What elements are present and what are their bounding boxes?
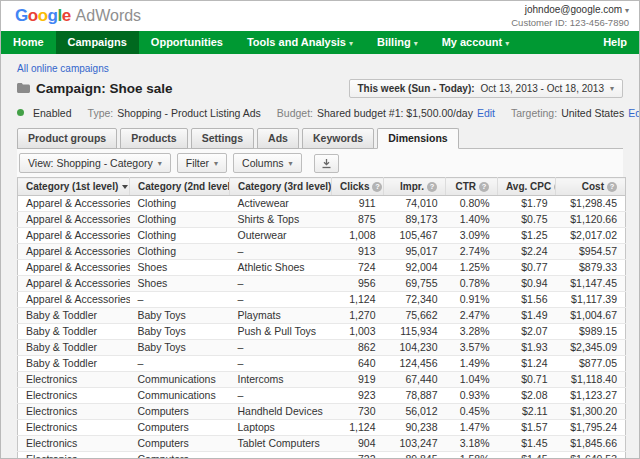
table-cell: $0.75 [498, 212, 556, 228]
table-cell: Intercoms [230, 372, 332, 388]
date-range-label: This week (Sun - Today): [358, 83, 475, 94]
tab-product-groups[interactable]: Product groups [17, 128, 117, 149]
table-cell: $1.79 [498, 196, 556, 212]
tab-dimensions[interactable]: Dimensions [377, 128, 459, 149]
nav-item-campaigns[interactable]: Campaigns [56, 31, 139, 54]
nav-item-home[interactable]: Home [1, 31, 56, 54]
tab-ads[interactable]: Ads [257, 128, 299, 149]
table-cell: – [130, 356, 230, 372]
table-cell: 3.09% [446, 228, 498, 244]
targeting-edit-link[interactable]: Edit [628, 107, 640, 119]
table-cell: Baby & Toddler [18, 340, 130, 356]
dimensions-panel: View: Shopping - Category ▾ Filter ▾ Col… [17, 148, 623, 459]
table-cell: Clothing [130, 212, 230, 228]
table-cell: Baby Toys [130, 340, 230, 356]
table-cell: 1,124 [332, 420, 384, 436]
budget-edit-link[interactable]: Edit [477, 107, 495, 119]
account-email-menu[interactable]: johndoe@google.com ▾ [511, 4, 629, 17]
budget-label: Budget: [277, 107, 313, 119]
help-icon[interactable]: ? [479, 182, 489, 192]
page-title: Campaign: Shoe sale [36, 81, 173, 96]
column-header-category-2nd-level-[interactable]: Category (2nd level) [130, 178, 230, 196]
tab-keywords[interactable]: Keywords [302, 128, 374, 149]
column-header-impr-[interactable]: Impr.? [384, 178, 446, 196]
columns-dropdown[interactable]: Columns ▾ [233, 153, 301, 173]
table-row: ElectronicsCommunicationsIntercoms91967,… [18, 372, 626, 388]
table-cell: Computers [130, 404, 230, 420]
nav-item-help[interactable]: Help [591, 31, 639, 54]
enabled-status-icon [17, 109, 24, 116]
nav-item-tools-and-analysis[interactable]: Tools and Analysis▾ [235, 31, 365, 54]
help-icon[interactable]: ? [427, 182, 437, 192]
nav-item-opportunities[interactable]: Opportunities [139, 31, 235, 54]
column-header-avg-cpc[interactable]: Avg. CPC? [498, 178, 556, 196]
table-cell: 919 [332, 372, 384, 388]
table-cell: Shoes [130, 260, 230, 276]
table-cell: Baby Toys [130, 324, 230, 340]
table-cell: $1,117.39 [556, 292, 626, 308]
table-cell: $0.71 [498, 372, 556, 388]
google-wordmark: Google [15, 6, 71, 26]
table-cell: 56,012 [384, 404, 446, 420]
table-cell: Computers [130, 436, 230, 452]
download-report-button[interactable] [314, 154, 339, 173]
filter-dropdown[interactable]: Filter ▾ [177, 153, 227, 173]
breadcrumb-all-online-campaigns[interactable]: All online campaigns [17, 63, 109, 75]
table-row: Apparel & AccessoriesShoesAthletic Shoes… [18, 260, 626, 276]
chevron-down-icon: ▾ [289, 159, 293, 168]
view-dropdown[interactable]: View: Shopping - Category ▾ [19, 153, 171, 173]
table-cell: – [230, 244, 332, 260]
type-value: Shopping - Product Listing Ads [117, 107, 261, 119]
chevron-down-icon: ▾ [414, 39, 418, 48]
column-header-category-3rd-level-[interactable]: Category (3rd level) [230, 178, 332, 196]
chevron-down-icon: ▾ [625, 6, 629, 15]
table-cell: 2.74% [446, 244, 498, 260]
table-cell: 913 [332, 244, 384, 260]
table-cell: $1,123.27 [556, 388, 626, 404]
column-header-cost[interactable]: Cost? [556, 178, 626, 196]
table-cell: 115,934 [384, 324, 446, 340]
table-cell: 956 [332, 276, 384, 292]
table-cell: 105,467 [384, 228, 446, 244]
date-range-selector[interactable]: This week (Sun - Today): Oct 13, 2013 - … [349, 79, 623, 98]
table-cell: Communications [130, 372, 230, 388]
campaign-folder-icon [17, 83, 30, 93]
table-cell: 124,456 [384, 356, 446, 372]
table-cell: 724 [332, 260, 384, 276]
table-row: Baby & ToddlerBaby Toys–862104,2303.57%$… [18, 340, 626, 356]
tab-settings[interactable]: Settings [191, 128, 254, 149]
help-icon[interactable]: ? [607, 182, 617, 192]
column-header-category-1st-level-[interactable]: Category (1st level) [18, 178, 130, 196]
table-cell: Apparel & Accessories [18, 212, 130, 228]
google-adwords-logo[interactable]: Google AdWords [15, 6, 141, 26]
table-cell: $0.94 [498, 276, 556, 292]
table-cell: 640 [332, 356, 384, 372]
table-cell: – [230, 388, 332, 404]
table-cell: – [230, 356, 332, 372]
table-cell: Computers [130, 452, 230, 459]
table-row: ElectronicsComputers–72289,8451.58%$1.45… [18, 452, 626, 459]
table-cell: Baby & Toddler [18, 356, 130, 372]
table-row: Baby & Toddler––640124,4561.49%$1.24$877… [18, 356, 626, 372]
help-icon[interactable]: ? [372, 182, 382, 192]
table-cell: Apparel & Accessories [18, 244, 130, 260]
nav-item-billing[interactable]: Billing▾ [365, 31, 430, 54]
table-cell: $1,845.66 [556, 436, 626, 452]
date-range-value: Oct 13, 2013 - Oct 18, 2013 [481, 83, 604, 94]
table-cell: – [230, 276, 332, 292]
nav-item-my-account[interactable]: My account▾ [430, 31, 522, 54]
table-cell: Activewear [230, 196, 332, 212]
table-cell: Baby Toys [130, 308, 230, 324]
tab-products[interactable]: Products [120, 128, 188, 149]
campaign-tabs: Product groups Products Settings Ads Key… [17, 128, 623, 148]
table-cell: Apparel & Accessories [18, 260, 130, 276]
table-cell: Push & Pull Toys [230, 324, 332, 340]
column-header-clicks[interactable]: Clicks? [332, 178, 384, 196]
table-cell: $1.45 [498, 452, 556, 459]
table-cell: $2,345.09 [556, 340, 626, 356]
table-cell: 104,230 [384, 340, 446, 356]
column-header-ctr[interactable]: CTR? [446, 178, 498, 196]
table-cell: 3.28% [446, 324, 498, 340]
table-cell: 0.80% [446, 196, 498, 212]
table-cell: $0.77 [498, 260, 556, 276]
